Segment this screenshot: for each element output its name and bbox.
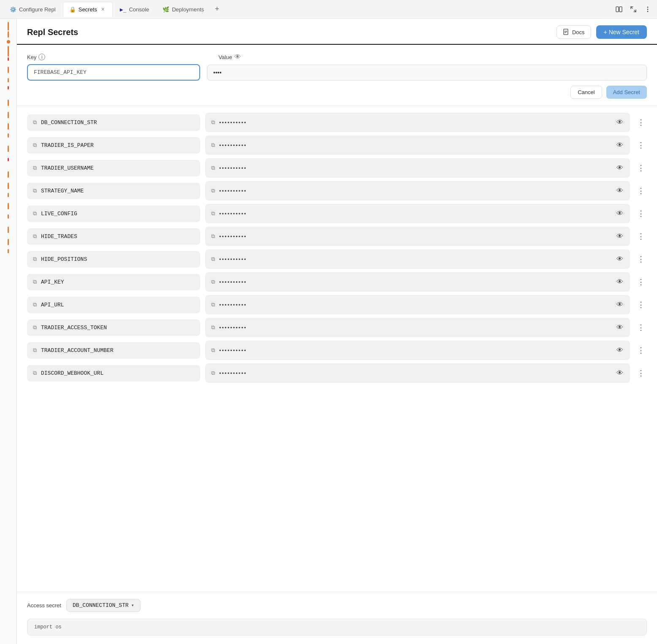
copy-icon-0[interactable]: ⧉	[33, 119, 37, 126]
copy-value-icon-3[interactable]: ⧉	[211, 187, 215, 194]
key-input[interactable]	[27, 64, 200, 81]
copy-value-icon-10[interactable]: ⧉	[211, 347, 215, 354]
expand-icon	[630, 6, 637, 13]
key-text-0: DB_CONNECTION_STR	[41, 119, 97, 126]
tab-secrets-close[interactable]: ✕	[100, 6, 106, 13]
copy-icon-10[interactable]: ⧉	[33, 347, 37, 354]
copy-value-icon-2[interactable]: ⧉	[211, 165, 215, 171]
copy-icon-11[interactable]: ⧉	[33, 370, 37, 376]
cancel-button[interactable]: Cancel	[570, 86, 602, 99]
tab-secrets-label: Secrets	[79, 6, 97, 13]
secret-key-9: ⧉ TRADIER_ACCESS_TOKEN	[27, 319, 200, 336]
reveal-button-7[interactable]: 👁	[616, 277, 624, 287]
key-text-6: HIDE_POSITIONS	[41, 256, 87, 262]
value-label-container: Value 👁	[218, 53, 241, 61]
tab-console[interactable]: ▶_ Console	[114, 2, 155, 17]
dots-3: ••••••••••	[219, 188, 611, 194]
more-button-1[interactable]: ⋮	[635, 139, 647, 151]
main-layout: Repl Secrets Docs + New Secret	[0, 19, 657, 644]
more-button-8[interactable]: ⋮	[635, 299, 647, 311]
key-text-4: LIVE_CONFIG	[41, 211, 77, 217]
copy-value-icon-7[interactable]: ⧉	[211, 279, 215, 285]
form-labels: Key i Value 👁	[27, 53, 647, 61]
more-options-button[interactable]	[642, 3, 654, 15]
copy-value-icon-0[interactable]: ⧉	[211, 119, 215, 126]
add-secret-button[interactable]: Add Secret	[606, 86, 647, 99]
tab-configure[interactable]: ⚙️ Configure Repl	[3, 2, 62, 17]
reveal-button-10[interactable]: 👁	[616, 346, 624, 355]
add-tab-button[interactable]: +	[211, 3, 223, 15]
more-button-10[interactable]: ⋮	[635, 344, 647, 356]
docs-button[interactable]: Docs	[557, 25, 591, 39]
reveal-button-5[interactable]: 👁	[616, 232, 624, 241]
copy-value-icon-8[interactable]: ⧉	[211, 301, 215, 308]
copy-value-icon-11[interactable]: ⧉	[211, 370, 215, 376]
reveal-button-9[interactable]: 👁	[616, 323, 624, 332]
eye-label-icon[interactable]: 👁	[234, 53, 241, 61]
more-button-3[interactable]: ⋮	[635, 185, 647, 197]
svg-rect-7	[565, 32, 567, 32]
sidebar-marker-21	[8, 249, 9, 253]
more-button-6[interactable]: ⋮	[635, 253, 647, 265]
table-row: ⧉ LIVE_CONFIG ⧉ •••••••••• 👁 ⋮	[27, 204, 647, 223]
secret-key-5: ⧉ HIDE_TRADES	[27, 228, 200, 245]
copy-value-icon-5[interactable]: ⧉	[211, 233, 215, 240]
reveal-button-1[interactable]: 👁	[616, 141, 624, 150]
copy-icon-1[interactable]: ⧉	[33, 142, 37, 149]
copy-icon-7[interactable]: ⧉	[33, 279, 37, 285]
secret-key-7: ⧉ API_KEY	[27, 274, 200, 290]
copy-icon-4[interactable]: ⧉	[33, 211, 37, 217]
copy-icon-3[interactable]: ⧉	[33, 188, 37, 194]
docs-icon	[563, 29, 570, 35]
more-button-0[interactable]: ⋮	[635, 116, 647, 128]
access-dropdown-value: DB_CONNECTION_STR	[73, 602, 129, 609]
reveal-button-4[interactable]: 👁	[616, 209, 624, 218]
expand-button[interactable]	[627, 3, 639, 15]
reveal-button-2[interactable]: 👁	[616, 163, 624, 173]
copy-icon-6[interactable]: ⧉	[33, 256, 37, 262]
more-button-11[interactable]: ⋮	[635, 367, 647, 379]
sidebar-marker-13	[8, 158, 9, 161]
sidebar-gutter	[0, 19, 17, 644]
reveal-button-6[interactable]: 👁	[616, 254, 624, 264]
access-secret-dropdown[interactable]: DB_CONNECTION_STR ▾	[66, 599, 141, 612]
new-secret-button[interactable]: + New Secret	[596, 25, 647, 39]
more-button-5[interactable]: ⋮	[635, 230, 647, 242]
copy-icon-5[interactable]: ⧉	[33, 233, 37, 240]
reveal-button-8[interactable]: 👁	[616, 300, 624, 309]
copy-value-icon-4[interactable]: ⧉	[211, 210, 215, 217]
copy-icon-9[interactable]: ⧉	[33, 325, 37, 331]
tab-deployments[interactable]: 🌿 Deployments	[156, 2, 210, 17]
reveal-button-3[interactable]: 👁	[616, 186, 624, 195]
copy-value-icon-9[interactable]: ⧉	[211, 324, 215, 331]
sidebar-marker-14	[8, 171, 9, 178]
more-button-7[interactable]: ⋮	[635, 276, 647, 288]
copy-icon-2[interactable]: ⧉	[33, 165, 37, 171]
tab-secrets[interactable]: 🔒 Secrets ✕	[63, 2, 113, 17]
svg-rect-6	[565, 31, 567, 31]
configure-icon: ⚙️	[10, 6, 16, 13]
sidebar-marker-1	[8, 22, 9, 30]
reveal-button-0[interactable]: 👁	[616, 118, 624, 127]
secrets-icon: 🔒	[69, 6, 76, 13]
console-icon: ▶_	[120, 6, 127, 13]
copy-value-icon-6[interactable]: ⧉	[211, 256, 215, 262]
dots-4: ••••••••••	[219, 211, 611, 217]
copy-icon-8[interactable]: ⧉	[33, 302, 37, 308]
reveal-button-11[interactable]: 👁	[616, 368, 624, 378]
more-button-4[interactable]: ⋮	[635, 208, 647, 219]
secret-key-10: ⧉ TRADIER_ACCOUNT_NUMBER	[27, 342, 200, 359]
sidebar-marker-17	[8, 203, 9, 209]
secret-value-2: ⧉ •••••••••• 👁	[205, 158, 630, 178]
more-button-2[interactable]: ⋮	[635, 162, 647, 174]
tab-bar-right	[613, 3, 654, 15]
info-icon[interactable]: i	[38, 54, 45, 60]
split-view-button[interactable]	[613, 3, 625, 15]
copy-value-icon-1[interactable]: ⧉	[211, 142, 215, 149]
sidebar-marker-18	[8, 214, 9, 219]
value-input[interactable]	[207, 65, 647, 81]
key-label: Key	[27, 54, 36, 60]
more-button-9[interactable]: ⋮	[635, 322, 647, 333]
secret-value-10: ⧉ •••••••••• 👁	[205, 341, 630, 360]
deployments-icon: 🌿	[163, 6, 169, 13]
